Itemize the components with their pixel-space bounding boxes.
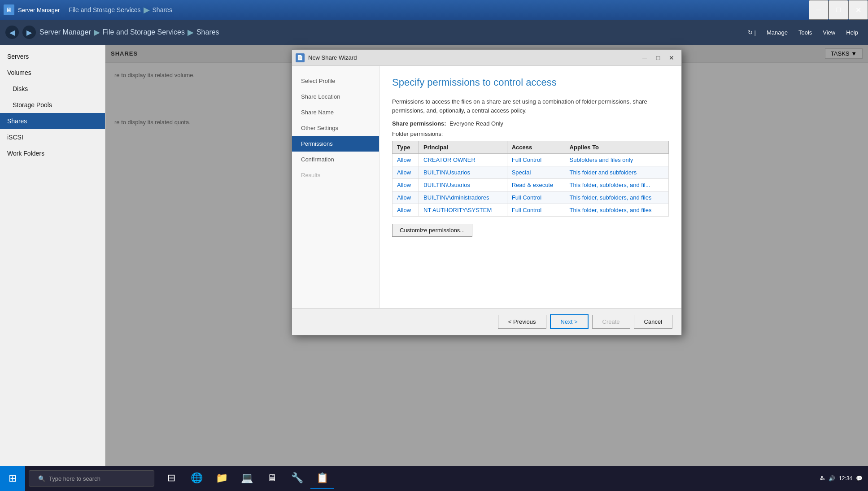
wizard-nav-confirmation[interactable]: Confirmation <box>292 152 379 167</box>
sidebar-item-volumes[interactable]: Volumes <box>0 65 105 81</box>
window-controls: ─ □ ✕ <box>809 0 868 20</box>
wizard-maximize-button[interactable]: □ <box>652 52 664 63</box>
start-button[interactable]: ⊞ <box>0 466 25 491</box>
taskbar-app-explorer[interactable]: 📁 <box>210 468 233 489</box>
wizard-description: Permissions to access the files on a sha… <box>392 97 669 115</box>
sidebar-item-shares[interactable]: Shares <box>0 113 105 129</box>
app-title: Server Manager <box>18 7 60 13</box>
back-button[interactable]: ◀ <box>5 26 19 39</box>
cell-principal-0: CREATOR OWNER <box>419 154 507 166</box>
manage-menu[interactable]: Manage <box>762 27 792 38</box>
notification-icon: 💬 <box>856 475 863 482</box>
breadcrumb-server-manager: Server Manager <box>39 28 91 36</box>
breadcrumb-file-storage: File and Storage Services <box>103 28 185 36</box>
col-type: Type <box>393 141 419 154</box>
app-icon: 🖥 <box>4 4 14 15</box>
breadcrumb-shares: Shares <box>196 28 219 36</box>
wizard-nav-share-name[interactable]: Share Name <box>292 104 379 120</box>
wizard-overlay: 📄 New Share Wizard ─ □ ✕ Select Profile … <box>105 45 868 466</box>
col-principal: Principal <box>419 141 507 154</box>
breadcrumb-sep2-toolbar: ▶ <box>188 27 194 37</box>
wizard-nav-other-settings[interactable]: Other Settings <box>292 120 379 136</box>
close-button[interactable]: ✕ <box>848 0 868 20</box>
sidebar-item-servers[interactable]: Servers <box>0 48 105 65</box>
col-applies-to: Applies To <box>565 141 668 154</box>
search-icon: 🔍 <box>38 475 45 482</box>
view-menu[interactable]: View <box>818 27 840 38</box>
tray-volume-icon: 🔊 <box>829 475 835 482</box>
taskbar-app-terminal[interactable]: 🖥 <box>260 468 284 489</box>
breadcrumb-part2: File and Storage Services <box>69 6 140 13</box>
sidebar: Servers Volumes Disks Storage Pools Shar… <box>0 45 105 466</box>
main-area: Servers Volumes Disks Storage Pools Shar… <box>0 45 868 466</box>
cell-type-3: Allow <box>393 191 419 204</box>
sidebar-item-iscsi[interactable]: iSCSI <box>0 129 105 145</box>
cell-applies_to-3: This folder, subfolders, and files <box>565 191 668 204</box>
table-row[interactable]: AllowBUILTIN\AdministradoresFull Control… <box>393 191 669 204</box>
taskbar-app-task-view[interactable]: ⊟ <box>160 468 183 489</box>
share-perms-value: Everyone Read Only <box>449 120 503 127</box>
table-row[interactable]: AllowBUILTIN\UsuariosRead & executeThis … <box>393 179 669 191</box>
sidebar-item-storage-pools[interactable]: Storage Pools <box>0 97 105 113</box>
wizard-nav-share-location[interactable]: Share Location <box>292 89 379 104</box>
taskbar-tray: 🖧 🔊 12:34 💬 <box>820 475 868 482</box>
cell-applies_to-1: This folder and subfolders <box>565 166 668 179</box>
help-menu[interactable]: Help <box>842 27 863 38</box>
taskbar-search[interactable]: 🔍 Type here to search <box>29 470 154 487</box>
maximize-button[interactable]: □ <box>829 0 848 20</box>
wizard-content: Specify permissions to control access Pe… <box>379 66 681 308</box>
table-row[interactable]: AllowNT AUTHORITY\SYSTEMFull ControlThis… <box>393 204 669 217</box>
wizard-title: New Share Wizard <box>308 54 638 61</box>
cell-principal-2: BUILTIN\Usuarios <box>419 179 507 191</box>
wizard-nav-select-profile[interactable]: Select Profile <box>292 73 379 89</box>
taskbar-app-server-manager[interactable]: 📋 <box>310 468 334 489</box>
create-button[interactable]: Create <box>592 315 630 329</box>
forward-button[interactable]: ▶ <box>22 26 36 39</box>
cell-principal-1: BUILTIN\Usuarios <box>419 166 507 179</box>
wizard-body: Select Profile Share Location Share Name… <box>292 66 681 308</box>
cell-type-2: Allow <box>393 179 419 191</box>
table-row[interactable]: AllowCREATOR OWNERFull ControlSubfolders… <box>393 154 669 166</box>
wizard-heading: Specify permissions to control access <box>392 77 669 88</box>
wizard-close-button[interactable]: ✕ <box>665 52 678 63</box>
breadcrumb: File and Storage Services ▶ Shares <box>69 5 172 15</box>
toolbar: ◀ ▶ Server Manager ▶ File and Storage Se… <box>0 20 868 45</box>
wizard-footer: < Previous Next > Create Cancel <box>292 308 681 335</box>
taskbar-app-edge[interactable]: 🌐 <box>185 468 208 489</box>
cell-principal-3: BUILTIN\Administradores <box>419 191 507 204</box>
wizard-window-controls: ─ □ ✕ <box>638 52 678 63</box>
wizard-icon: 📄 <box>296 53 305 62</box>
previous-button[interactable]: < Previous <box>498 315 546 329</box>
search-placeholder: Type here to search <box>49 475 100 482</box>
wizard-minimize-button[interactable]: ─ <box>638 52 651 63</box>
customize-permissions-button[interactable]: Customize permissions... <box>392 224 472 237</box>
sidebar-item-work-folders[interactable]: Work Folders <box>0 145 105 161</box>
wizard-folder-permissions-label: Folder permissions: <box>392 130 669 137</box>
cell-principal-4: NT AUTHORITY\SYSTEM <box>419 204 507 217</box>
wizard-nav-permissions[interactable]: Permissions <box>292 136 379 152</box>
sidebar-item-disks[interactable]: Disks <box>0 81 105 97</box>
wizard-window: 📄 New Share Wizard ─ □ ✕ Select Profile … <box>292 49 682 335</box>
minimize-button[interactable]: ─ <box>809 0 829 20</box>
wizard-nav: Select Profile Share Location Share Name… <box>292 66 379 308</box>
title-bar: 🖥 Server Manager File and Storage Servic… <box>0 0 868 20</box>
cell-access-0: Full Control <box>507 154 565 166</box>
refresh-button[interactable]: ↻ | <box>743 27 760 38</box>
breadcrumb-sep1: ▶ <box>94 27 100 37</box>
cell-type-4: Allow <box>393 204 419 217</box>
next-button[interactable]: Next > <box>550 314 589 329</box>
tray-time: 12:34 <box>839 475 852 482</box>
table-row[interactable]: AllowBUILTIN\UsuariosSpecialThis folder … <box>393 166 669 179</box>
cell-type-0: Allow <box>393 154 419 166</box>
permissions-table: Type Principal Access Applies To AllowCR… <box>392 141 669 217</box>
share-perms-label: Share permissions: <box>392 120 446 127</box>
taskbar-app-config[interactable]: 🔧 <box>285 468 309 489</box>
breadcrumb-sep2: ▶ <box>144 5 150 15</box>
breadcrumb-full: Server Manager ▶ File and Storage Servic… <box>39 27 219 37</box>
cell-access-4: Full Control <box>507 204 565 217</box>
cell-applies_to-2: This folder, subfolders, and fil... <box>565 179 668 191</box>
cancel-button[interactable]: Cancel <box>634 315 672 329</box>
taskbar-app-powershell[interactable]: 💻 <box>235 468 258 489</box>
tools-menu[interactable]: Tools <box>794 27 816 38</box>
col-access: Access <box>507 141 565 154</box>
